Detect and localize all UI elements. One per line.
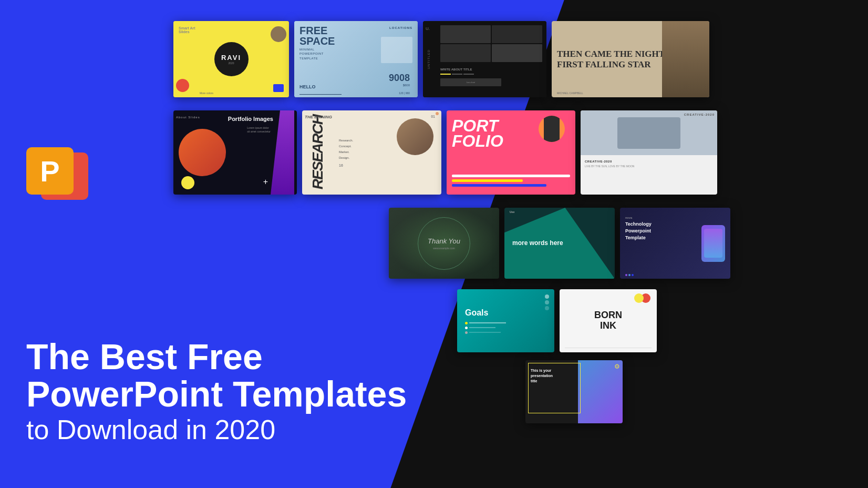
portfolio-images-content: About Slides Portfolio Images + Lorem ip… [173,110,297,195]
slide-ravi[interactable]: Smart ArtSlides RAVI 2020 More colors [173,21,289,97]
slide-thank-you[interactable]: Thank You www.example.com [389,208,499,279]
born-ink-content: BORNINK [560,289,657,352]
main-headline-block: The Best Free PowerPoint Templates to Do… [26,338,407,446]
slide-more-words[interactable]: more words here Use [504,208,615,279]
slide-research[interactable]: RESEARCH THE BRINING Research.Concept.Ma… [302,110,441,195]
falling-star-content: THEN CAME THE NIGHT OF THE FIRST FALLING… [552,21,709,97]
technology-content: nova TechnologyPowerpointTemplate [620,208,730,279]
slide-presentation[interactable]: This is yourpresentationtitle ⚙ [525,360,623,423]
technology-label: nova TechnologyPowerpointTemplate [625,216,652,241]
headline-line3: to Download in 2020 [26,413,407,446]
untitled-content: UNTITLED U. WRITE ABOUT TITLE bar chart [423,21,546,97]
slide-technology[interactable]: nova TechnologyPowerpointTemplate [620,208,730,279]
goals-content: Goals [457,289,554,352]
portfolio-pink-content: PORTFOLIO [447,110,575,195]
presentation-content: This is yourpresentationtitle ⚙ [525,360,623,423]
headline-line2: PowerPoint Templates [26,375,407,413]
slide-portfolio-images[interactable]: About Slides Portfolio Images + Lorem ip… [173,110,297,195]
slide-portfolio-pink[interactable]: PORTFOLIO [447,110,575,195]
research-content: RESEARCH THE BRINING Research.Concept.Ma… [302,110,441,195]
born-ink-label: BORNINK [594,310,622,331]
powerpoint-logo: P [26,147,95,205]
portfolio-plus-icon: + [263,177,268,187]
logo-front-square: P [26,147,74,195]
headline-line1: The Best Free [26,338,407,375]
slide-untitled[interactable]: UNTITLED U. WRITE ABOUT TITLE bar chart [423,21,546,97]
ravi-slide-content: Smart ArtSlides RAVI 2020 More colors [173,21,289,97]
portfolio-yellow-dot [181,176,194,189]
logo-letter: P [40,154,59,188]
slide-born-ink[interactable]: BORNINK [560,289,657,352]
falling-star-image-panel [662,21,709,97]
slide-goals[interactable]: Goals [457,289,554,352]
free-space-content: LOCATIONS FREE SPACE MINIMALPOWERPOINTTE… [294,21,418,97]
portfolio-accent-bar [271,110,294,195]
presentation-label: This is yourpresentationtitle [531,368,553,383]
slide-free-space[interactable]: LOCATIONS FREE SPACE MINIMALPOWERPOINTTE… [294,21,418,97]
portfolio-images-label: Portfolio Images [228,116,273,123]
slide-falling-star[interactable]: THEN CAME THE NIGHT OF THE FIRST FALLING… [552,21,709,97]
presentation-gear-icon: ⚙ [614,363,620,370]
thank-you-content: Thank You www.example.com [389,208,499,279]
creative-content: CREATIVE-2020 LIVE BY THE SUN, LOVE BY T… [581,110,717,195]
thank-you-label: Thank You [428,237,460,245]
more-words-label: more words here [512,239,563,248]
goals-label: Goals [465,308,506,318]
slide-creative[interactable]: CREATIVE-2020 LIVE BY THE SUN, LOVE BY T… [581,110,717,195]
more-words-content: more words here Use [504,208,615,279]
